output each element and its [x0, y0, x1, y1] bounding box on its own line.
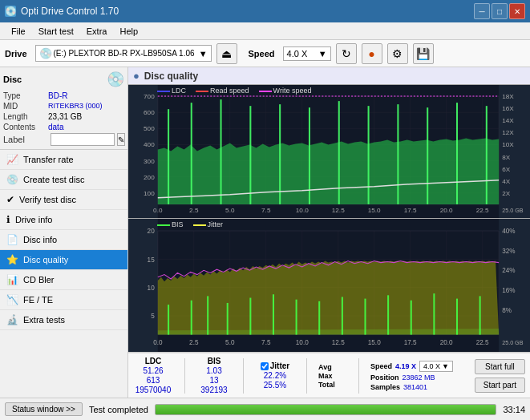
svg-rect-113 [387, 295, 389, 334]
svg-text:20.0: 20.0 [440, 207, 453, 214]
svg-text:0.0: 0.0 [153, 207, 163, 214]
svg-rect-50 [168, 109, 169, 204]
samples-label: Samples [370, 383, 400, 391]
samples-value: 381401 [403, 383, 427, 391]
svg-text:10.0: 10.0 [296, 338, 309, 346]
label-edit-button[interactable]: ✎ [117, 133, 125, 146]
drive-info-icon: ℹ [6, 214, 10, 225]
svg-text:500: 500 [144, 125, 155, 132]
disc-quality-header: ● Disc quality [128, 67, 530, 85]
jitter-checkbox[interactable] [261, 362, 269, 370]
svg-text:8X: 8X [502, 154, 511, 161]
progress-bar-container [155, 404, 497, 415]
settings-button[interactable]: ⚙ [387, 43, 408, 64]
chart-bottom: BIS Jitter [128, 219, 530, 353]
speed-dropdown-value: 4.0 X [423, 362, 440, 370]
label-label: Label [3, 135, 48, 144]
svg-text:20.0: 20.0 [440, 338, 453, 346]
menu-file[interactable]: File [5, 25, 32, 38]
speed-stat-value: 4.19 X [395, 362, 416, 370]
nav-fe-te[interactable]: 📉 FE / TE [0, 290, 127, 310]
svg-rect-53 [249, 106, 251, 204]
disc-quality-header-icon: ● [133, 70, 140, 82]
svg-text:20: 20 [148, 227, 155, 235]
nav-disc-quality[interactable]: ⭐ Disc quality [0, 250, 127, 270]
drive-dropdown-icon: ▼ [199, 49, 208, 59]
start-part-button[interactable]: Start part [475, 378, 525, 393]
svg-rect-57 [368, 106, 370, 204]
svg-text:7.5: 7.5 [261, 338, 271, 346]
eject-button[interactable]: ⏏ [216, 43, 237, 64]
burn-button[interactable]: ● [362, 43, 382, 64]
svg-text:22.5: 22.5 [476, 207, 489, 214]
svg-rect-56 [338, 101, 340, 204]
status-window-button[interactable]: Status window >> [5, 402, 83, 416]
nav-drive-info-label: Drive info [15, 215, 52, 224]
menu-extra[interactable]: Extra [80, 25, 114, 38]
jitter-header: Jitter [270, 361, 289, 370]
svg-text:700: 700 [144, 93, 155, 100]
drive-label: Drive [5, 49, 27, 59]
nav-cd-bler-label: CD Bler [23, 275, 55, 285]
svg-text:7.5: 7.5 [261, 207, 271, 214]
svg-text:15.0: 15.0 [368, 338, 381, 346]
position-label: Position [370, 374, 399, 382]
minimize-button[interactable]: ─ [474, 3, 490, 19]
nav-verify-test-disc-label: Verify test disc [19, 195, 76, 204]
position-value: 23862 MB [403, 374, 435, 382]
menubar: File Start test Extra Help [0, 22, 530, 40]
ldc-avg: 51.26 [143, 366, 163, 375]
svg-rect-107 [249, 298, 251, 335]
svg-text:2.5: 2.5 [189, 207, 199, 214]
svg-rect-112 [364, 299, 366, 335]
sidebar: Disc 💿 Type BD-R MID RITEKBR3 (000) Leng… [0, 67, 128, 398]
svg-text:17.5: 17.5 [404, 207, 417, 214]
type-label: Type [3, 91, 48, 100]
nav-create-test-disc[interactable]: 💿 Create test disc [0, 170, 127, 190]
length-label: Length [3, 112, 48, 121]
app-title: Opti Drive Control 1.70 [21, 6, 119, 17]
speed-selector[interactable]: 4.0 X ▼ [283, 46, 331, 61]
nav-disc-info[interactable]: 📄 Disc info [0, 230, 127, 250]
nav-cd-bler[interactable]: 📊 CD Bler [0, 270, 127, 290]
svg-text:6X: 6X [502, 166, 511, 173]
speed-dropdown-arrow: ▼ [442, 362, 449, 370]
save-button[interactable]: 💾 [413, 43, 434, 64]
svg-rect-58 [397, 104, 399, 204]
maximize-button[interactable]: □ [492, 3, 508, 19]
nav-transfer-rate[interactable]: 📈 Transfer rate [0, 150, 127, 170]
status-text: Test completed [89, 405, 148, 414]
menu-start-test[interactable]: Start test [32, 25, 80, 38]
label-input[interactable] [51, 133, 115, 146]
speed-dropdown[interactable]: 4.0 X ▼ [419, 361, 453, 372]
bis-total: 392193 [200, 386, 227, 394]
svg-text:14X: 14X [502, 117, 514, 124]
progress-bar-fill [156, 405, 496, 414]
legend-write-speed: Write speed [259, 87, 312, 95]
nav-extra-tests[interactable]: 🔬 Extra tests [0, 310, 127, 330]
svg-text:16%: 16% [502, 286, 516, 294]
svg-text:4X: 4X [502, 178, 511, 185]
svg-rect-52 [220, 99, 222, 204]
svg-text:25.0 GB: 25.0 GB [502, 339, 523, 346]
nav-drive-info[interactable]: ℹ Drive info [0, 210, 127, 230]
svg-rect-108 [273, 294, 274, 334]
chart-top: LDC Read speed Write speed [128, 85, 530, 219]
svg-text:2X: 2X [502, 190, 511, 197]
disc-quality-icon: ⭐ [6, 254, 18, 265]
bottom-chart-svg: 20 15 10 5 40% 32% 24% 16% 8% 0.0 2.5 5.… [128, 219, 530, 352]
disc-info-icon: 📄 [6, 234, 18, 245]
transfer-rate-icon: 📈 [6, 154, 18, 165]
nav-verify-test-disc[interactable]: ✔ Verify test disc [0, 190, 127, 210]
start-full-button[interactable]: Start full [475, 359, 525, 374]
legend-read-speed: Read speed [196, 87, 249, 95]
refresh-button[interactable]: ↻ [336, 43, 357, 64]
svg-text:25.0 GB: 25.0 GB [502, 208, 524, 214]
svg-text:10.0: 10.0 [296, 207, 309, 214]
speed-value: 4.0 X [287, 49, 308, 59]
menu-help[interactable]: Help [113, 25, 144, 38]
close-button[interactable]: ✕ [509, 3, 525, 19]
svg-text:400: 400 [144, 142, 155, 149]
drive-selector[interactable]: 💿 (E:) PLEXTOR BD-R PX-LB950SA 1.06 ▼ [35, 45, 212, 62]
extra-tests-icon: 🔬 [6, 314, 18, 325]
